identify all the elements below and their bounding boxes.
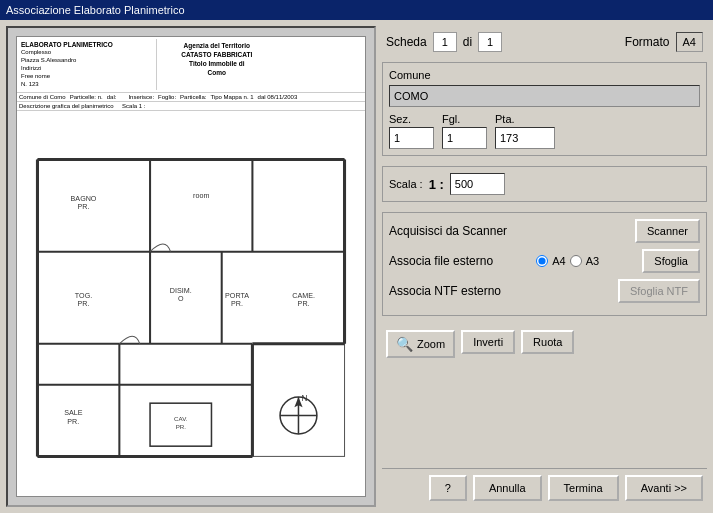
scala-row: Scala : 1 : xyxy=(389,173,700,195)
scala-label: Scala : xyxy=(389,178,423,190)
sfoglia-button[interactable]: Sfoglia xyxy=(642,249,700,273)
svg-text:SALE: SALE xyxy=(64,410,83,418)
floor-plan: BAGNO PR. room TOG. PR. DISIM. O PORTA P… xyxy=(17,111,365,497)
radio-a3[interactable] xyxy=(570,255,582,267)
pta-item: Pta. xyxy=(495,113,555,149)
sez-label: Sez. xyxy=(389,113,434,125)
document-preview-panel: ELABORATO PLANIMETRICO Complesso Piazza … xyxy=(6,26,376,507)
sez-item: Sez. xyxy=(389,113,434,149)
associa-ntf-row: Associa NTF esterno Sfoglia NTF xyxy=(389,279,700,303)
scanner-section: Acquisisci da Scanner Scanner Associa fi… xyxy=(382,212,707,316)
sez-fgl-pta-row: Sez. Fgl. Pta. xyxy=(389,113,700,149)
radio-a4[interactable] xyxy=(536,255,548,267)
zoom-button[interactable]: 🔍 Zoom xyxy=(386,330,455,358)
svg-text:PR.: PR. xyxy=(78,300,90,308)
svg-text:PORTA: PORTA xyxy=(225,292,249,300)
acquisisci-label: Acquisisci da Scanner xyxy=(389,224,507,238)
fgl-input[interactable] xyxy=(442,127,487,149)
doc-info-row: Comune di Como Particelle: n. dal: Inser… xyxy=(17,93,365,102)
doc-note: Descrizione grafica del planimetrico Sca… xyxy=(17,102,365,111)
fgl-item: Fgl. xyxy=(442,113,487,149)
comune-label: Comune xyxy=(389,69,700,81)
scanner-button[interactable]: Scanner xyxy=(635,219,700,243)
scala-separator: 1 : xyxy=(429,177,444,192)
svg-text:PR.: PR. xyxy=(78,203,90,211)
doc-header-right xyxy=(277,39,363,90)
radio-group: A4 A3 xyxy=(536,255,599,267)
help-button[interactable]: ? xyxy=(429,475,467,501)
window-title: Associazione Elaborato Planimetrico xyxy=(6,4,185,16)
scheda-label: Scheda xyxy=(386,35,427,49)
svg-text:DISIM.: DISIM. xyxy=(170,287,192,295)
svg-text:TOG.: TOG. xyxy=(75,292,92,300)
svg-text:PR.: PR. xyxy=(67,418,79,426)
comune-section: Comune COMO Sez. Fgl. Pta. xyxy=(382,62,707,156)
inverti-button[interactable]: Inverti xyxy=(461,330,515,354)
formato-value: A4 xyxy=(676,32,703,52)
di-label: di xyxy=(463,35,472,49)
radio-a4-label: A4 xyxy=(552,255,565,267)
bottom-bar: ? Annulla Termina Avanti >> xyxy=(382,468,707,507)
zoom-label: Zoom xyxy=(417,338,445,350)
floor-plan-svg: BAGNO PR. room TOG. PR. DISIM. O PORTA P… xyxy=(17,111,365,497)
formato-label: Formato xyxy=(625,35,670,49)
doc-header-center: Agenzia del Territorio CATASTO FABBRICAT… xyxy=(157,39,277,90)
associa-file-row: Associa file esterno A4 A3 Sfoglia xyxy=(389,249,700,273)
scheda-value: 1 xyxy=(433,32,457,52)
pta-input[interactable] xyxy=(495,127,555,149)
sez-input[interactable] xyxy=(389,127,434,149)
termina-button[interactable]: Termina xyxy=(548,475,619,501)
associa-file-label: Associa file esterno xyxy=(389,254,493,268)
scala-input[interactable] xyxy=(450,173,505,195)
doc-header: ELABORATO PLANIMETRICO Complesso Piazza … xyxy=(17,37,365,93)
svg-text:PR.: PR. xyxy=(298,300,310,308)
avanti-button[interactable]: Avanti >> xyxy=(625,475,703,501)
ruota-button[interactable]: Ruota xyxy=(521,330,574,354)
svg-text:room: room xyxy=(193,193,209,201)
fgl-label: Fgl. xyxy=(442,113,487,125)
scala-section: Scala : 1 : xyxy=(382,166,707,202)
svg-text:PR.: PR. xyxy=(231,300,243,308)
pta-label: Pta. xyxy=(495,113,555,125)
zoom-icon: 🔍 xyxy=(396,336,413,352)
associa-ntf-label: Associa NTF esterno xyxy=(389,284,501,298)
svg-text:CAME.: CAME. xyxy=(292,292,315,300)
document-preview: ELABORATO PLANIMETRICO Complesso Piazza … xyxy=(16,36,366,497)
svg-text:O: O xyxy=(178,295,184,303)
doc-header-left: ELABORATO PLANIMETRICO Complesso Piazza … xyxy=(19,39,157,90)
annulla-button[interactable]: Annulla xyxy=(473,475,542,501)
scheda-row: Scheda 1 di 1 Formato A4 xyxy=(382,26,707,56)
comune-input[interactable]: COMO xyxy=(389,85,700,107)
sfoglia-ntf-button: Sfoglia NTF xyxy=(618,279,700,303)
svg-text:CAV.: CAV. xyxy=(174,415,188,422)
svg-text:N: N xyxy=(302,395,308,404)
acquisisci-row: Acquisisci da Scanner Scanner xyxy=(389,219,700,243)
radio-a3-label: A3 xyxy=(586,255,599,267)
title-bar: Associazione Elaborato Planimetrico xyxy=(0,0,713,20)
svg-text:BAGNO: BAGNO xyxy=(71,195,97,203)
zoom-section: 🔍 Zoom Inverti Ruota xyxy=(382,326,707,362)
svg-text:PR.: PR. xyxy=(176,423,187,430)
form-panel: Scheda 1 di 1 Formato A4 Comune COMO Sez… xyxy=(382,26,707,507)
scheda-total: 1 xyxy=(478,32,502,52)
